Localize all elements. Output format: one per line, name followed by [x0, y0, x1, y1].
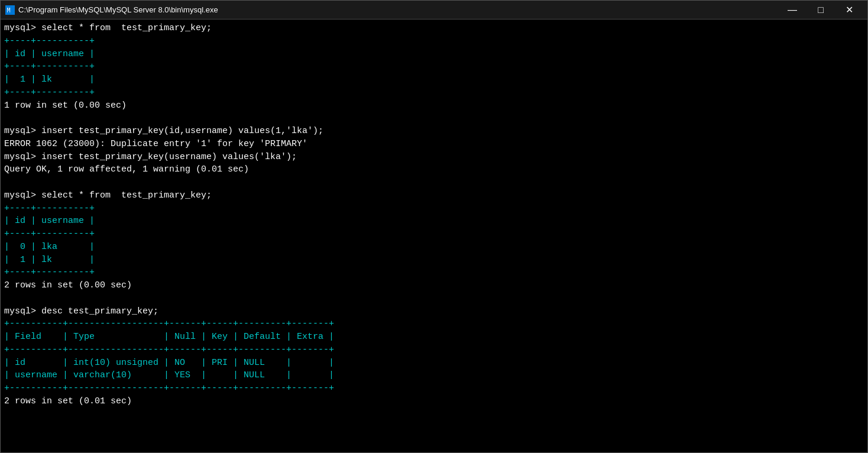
title-bar-left: M C:\Program Files\MySQL\MySQL Server 8.…: [5, 5, 218, 15]
title-bar: M C:\Program Files\MySQL\MySQL Server 8.…: [1, 1, 867, 20]
app-icon: M: [5, 5, 15, 15]
restore-button[interactable]: □: [807, 1, 834, 19]
terminal-output[interactable]: mysql> select * from test_primary_key; +…: [1, 20, 867, 452]
main-window: M C:\Program Files\MySQL\MySQL Server 8.…: [0, 0, 868, 453]
svg-text:M: M: [7, 7, 11, 14]
close-button[interactable]: ✕: [835, 1, 863, 19]
terminal-content: mysql> select * from test_primary_key; +…: [4, 22, 864, 408]
window-controls: — □ ✕: [779, 1, 863, 19]
window-title: C:\Program Files\MySQL\MySQL Server 8.0\…: [18, 5, 218, 14]
minimize-button[interactable]: —: [779, 1, 806, 19]
